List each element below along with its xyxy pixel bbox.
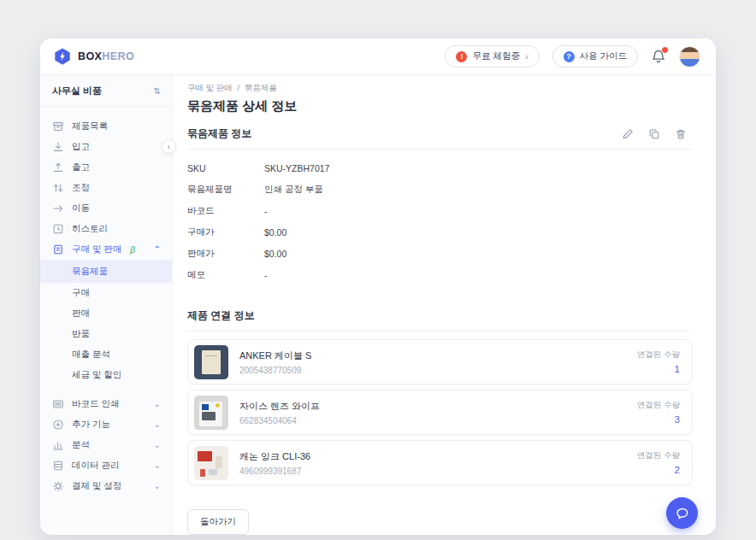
sidebar-item-label: 분석 <box>72 439 90 451</box>
sidebar-item-billing-settings[interactable]: 결제 및 설정 ⌄ <box>40 476 172 496</box>
main-content: 구매 및 판매 / 묶음제품 묶음제품 상세 정보 묶음제품 정보 SKU SK… <box>173 75 716 535</box>
breadcrumb-section[interactable]: 구매 및 판매 <box>187 83 233 92</box>
linked-products-list: ANKER 케이블 S 2005438770509 연결된 수량 1 자이스 렌… <box>187 339 693 485</box>
field-label: 판매가 <box>187 248 264 260</box>
field-row-purchase-price: 구매가 $0.00 <box>187 221 693 243</box>
sidebar-item-adjust[interactable]: 조정 <box>40 178 172 198</box>
breadcrumb[interactable]: 구매 및 판매 / 묶음제품 <box>187 83 693 94</box>
product-barcode: 662834504064 <box>239 416 320 426</box>
avatar[interactable] <box>679 46 700 68</box>
sidebar-item-barcode-print[interactable]: 바코드 인쇄 ⌄ <box>40 394 172 414</box>
bundle-info-header: 묶음제품 정보 <box>187 126 693 141</box>
barcode-icon <box>52 398 64 410</box>
topbar-actions: ! 무료 체험중 › ? 사용 가이드 <box>445 45 700 68</box>
sidebar-item-label: 구매 및 판매 <box>72 244 121 255</box>
linked-quantity: 연결된 수량 2 <box>637 450 680 475</box>
sidebar-item-stock-in[interactable]: 입고 <box>40 137 172 157</box>
field-row-barcode: 바코드 - <box>187 200 693 221</box>
product-barcode: 2005438770509 <box>239 366 311 375</box>
linked-quantity-value: 1 <box>637 364 680 374</box>
back-button[interactable]: 돌아가기 <box>187 509 249 535</box>
sidebar-item-label: 히스토리 <box>72 223 108 235</box>
question-icon: ? <box>564 51 575 62</box>
trial-alert-icon: ! <box>456 51 467 62</box>
field-value: $0.00 <box>264 249 286 259</box>
product-name: ANKER 케이블 S <box>239 349 311 362</box>
logo-text: BOXHERO <box>78 50 134 62</box>
copy-icon[interactable] <box>648 128 660 140</box>
sidebar-item-label: 바코드 인쇄 <box>72 398 119 410</box>
user-guide-button[interactable]: ? 사용 가이드 <box>552 45 638 68</box>
sidebar-item-label: 제품목록 <box>72 120 108 132</box>
chevron-down-icon: ⌄ <box>154 420 161 429</box>
product-name: 자이스 렌즈 와이프 <box>239 400 320 413</box>
page-title: 묶음제품 상세 정보 <box>187 98 693 114</box>
adjust-arrows-icon <box>52 182 64 194</box>
sidebar-item-analytics[interactable]: 분석 ⌄ <box>40 435 172 455</box>
guide-label: 사용 가이드 <box>580 50 627 62</box>
bundle-info-title: 묶음제품 정보 <box>187 126 251 141</box>
bar-chart-icon <box>52 439 64 451</box>
sidebar-item-purchase[interactable]: 구매 <box>40 283 172 303</box>
product-info: ANKER 케이블 S 2005438770509 <box>239 349 311 375</box>
product-card-canon[interactable]: 캐논 잉크 CLI-36 4960999391687 연결된 수량 2 <box>187 440 693 485</box>
archive-icon <box>52 120 64 132</box>
sidebar-item-history[interactable]: 히스토리 <box>40 219 172 239</box>
sidebar-item-label: 이동 <box>72 202 90 214</box>
linked-quantity-label: 연결된 수량 <box>637 450 680 461</box>
linked-products-header: 제품 연결 정보 <box>187 308 693 323</box>
product-card-anker[interactable]: ANKER 케이블 S 2005438770509 연결된 수량 1 <box>187 339 693 384</box>
product-info: 캐논 잉크 CLI-36 4960999391687 <box>239 450 310 476</box>
chevron-down-icon: ⌄ <box>154 482 161 490</box>
gear-icon <box>52 480 64 492</box>
product-card-zeiss[interactable]: 자이스 렌즈 와이프 662834504064 연결된 수량 3 <box>187 390 693 435</box>
sidebar-item-bundle-products[interactable]: 묶음제품 <box>40 260 172 283</box>
free-trial-button[interactable]: ! 무료 체험중 › <box>445 45 539 68</box>
plus-circle-icon <box>52 419 64 431</box>
breadcrumb-separator: / <box>237 83 239 92</box>
workspace-name: 사무실 비품 <box>52 85 102 97</box>
history-icon <box>52 223 64 235</box>
field-row-sale-price: 판매가 $0.00 <box>187 243 693 264</box>
sidebar-item-stock-out[interactable]: 출고 <box>40 157 172 178</box>
sidebar-collapse-button[interactable]: ‹ <box>162 139 176 154</box>
field-label: 묶음제품명 <box>187 184 264 196</box>
arrow-right-icon <box>52 202 64 214</box>
field-row-memo: 메모 - <box>187 264 693 285</box>
sidebar-item-returns[interactable]: 반품 <box>40 324 172 344</box>
linked-quantity: 연결된 수량 1 <box>637 349 680 374</box>
linked-quantity-value: 2 <box>637 465 680 475</box>
notification-bell-icon[interactable] <box>651 49 666 64</box>
sidebar: 사무실 비품 ⇅ 제품목록 입고 출고 조정 <box>40 75 173 535</box>
beta-icon: β <box>130 245 135 255</box>
chevron-right-icon: › <box>525 52 529 62</box>
field-label: 바코드 <box>187 205 264 217</box>
sidebar-item-tax-discount[interactable]: 세금 및 할인 <box>40 365 172 385</box>
boxhero-logo[interactable]: BOXHERO <box>53 47 134 66</box>
linked-quantity: 연결된 수량 3 <box>637 400 680 425</box>
field-value: - <box>264 206 268 216</box>
sidebar-item-extra-features[interactable]: 추가 기능 ⌄ <box>40 414 172 435</box>
field-label: 메모 <box>187 269 264 281</box>
breadcrumb-current: 묶음제품 <box>245 83 277 92</box>
sidebar-item-label: 결제 및 설정 <box>72 480 121 492</box>
sidebar-item-move[interactable]: 이동 <box>40 198 172 219</box>
field-value: SKU-YZBH7017 <box>264 163 329 173</box>
edit-icon[interactable] <box>622 128 634 140</box>
field-row-sku: SKU SKU-YZBH7017 <box>187 157 693 179</box>
delete-icon[interactable] <box>675 128 687 140</box>
sidebar-item-sales[interactable]: 판매 <box>40 303 172 324</box>
divider <box>187 331 693 332</box>
sidebar-item-label: 묶음제품 <box>72 266 108 278</box>
sidebar-item-label: 구매 <box>72 287 90 299</box>
sidebar-item-label: 판매 <box>72 308 90 320</box>
product-thumbnail <box>194 396 228 430</box>
sidebar-item-product-list[interactable]: 제품목록 <box>40 116 172 137</box>
field-label: SKU <box>187 163 264 173</box>
sidebar-item-purchase-sales[interactable]: 구매 및 판매 β ⌃ <box>40 239 172 260</box>
sidebar-item-data-management[interactable]: 데이터 관리 ⌄ <box>40 455 172 476</box>
chat-fab-button[interactable] <box>666 497 698 529</box>
workspace-selector[interactable]: 사무실 비품 ⇅ <box>40 75 172 107</box>
sidebar-item-sales-analysis[interactable]: 매출 분석 <box>40 344 172 365</box>
chevron-down-icon: ⌄ <box>154 461 161 470</box>
